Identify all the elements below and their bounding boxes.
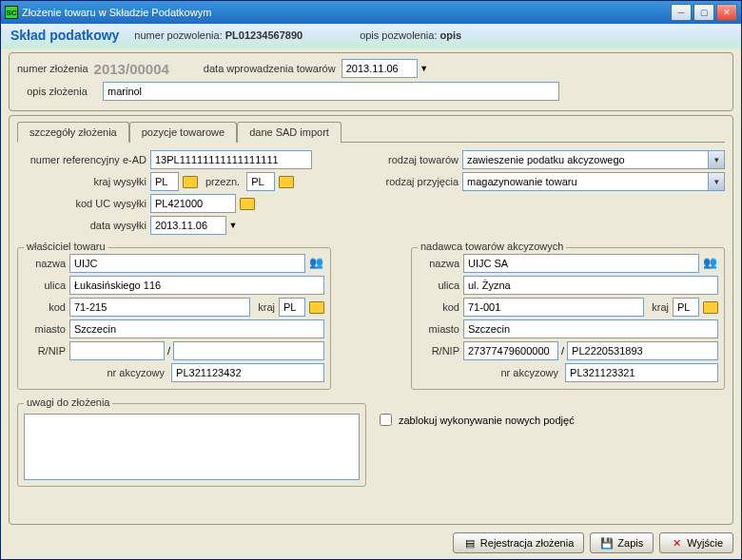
ship-country-field[interactable] bbox=[150, 172, 179, 191]
owner-street-label: ulica bbox=[24, 280, 69, 291]
permit-desc: opis bbox=[440, 29, 462, 41]
lock-label: zablokuj wykonywanie nowych podjęć bbox=[399, 415, 575, 426]
window: SC Złożenie towaru w Składzie Podatkowym… bbox=[0, 0, 742, 560]
people-icon[interactable] bbox=[309, 256, 324, 271]
folder-icon[interactable] bbox=[240, 197, 255, 210]
ship-date-field[interactable] bbox=[150, 216, 226, 235]
owner-rnip2-field[interactable] bbox=[173, 341, 324, 360]
owner-name-label: nazwa bbox=[24, 258, 69, 269]
header-title: Skład podatkowy bbox=[10, 28, 119, 43]
owner-postcode-field[interactable] bbox=[69, 298, 250, 317]
details-panel: szczegóły złożenia pozycje towarowe dane… bbox=[9, 115, 733, 525]
remarks-fieldset: uwagi do złożenia bbox=[17, 403, 366, 487]
owner-name-field[interactable] bbox=[69, 254, 305, 273]
owner-country-label: kraj bbox=[250, 301, 279, 313]
register-button[interactable]: ▤Rejestracja złożenia bbox=[453, 532, 584, 553]
summary-panel: numer złożenia 2013/00004 data wprowadze… bbox=[9, 52, 733, 111]
dest-label: przezn. bbox=[205, 176, 244, 187]
dest-field[interactable] bbox=[246, 172, 275, 191]
sender-street-field[interactable] bbox=[463, 276, 718, 295]
folder-icon[interactable] bbox=[309, 300, 324, 314]
sender-rnip2-field[interactable] bbox=[567, 341, 718, 360]
people-icon[interactable] bbox=[703, 256, 718, 271]
permit-desc-label: opis pozwolenia: bbox=[360, 29, 437, 41]
deposit-number: 2013/00004 bbox=[94, 61, 169, 77]
intro-date-field[interactable] bbox=[342, 59, 418, 78]
owner-street-field[interactable] bbox=[69, 276, 324, 295]
chevron-down-icon[interactable]: ▼ bbox=[418, 64, 431, 73]
uc-code-field[interactable] bbox=[150, 194, 236, 213]
sender-country-field[interactable] bbox=[673, 298, 699, 317]
remarks-legend: uwagi do złożenia bbox=[24, 396, 112, 408]
folder-icon[interactable] bbox=[183, 175, 198, 188]
window-title: Złożenie towaru w Składzie Podatkowym bbox=[22, 7, 671, 18]
sender-street-label: ulica bbox=[418, 280, 463, 291]
maximize-button[interactable]: ▢ bbox=[693, 4, 714, 21]
exit-button[interactable]: ✕Wyjście bbox=[659, 532, 733, 553]
owner-excise-field[interactable] bbox=[171, 363, 324, 382]
owner-city-label: miasto bbox=[24, 323, 69, 335]
sender-city-field[interactable] bbox=[463, 319, 718, 338]
save-button[interactable]: 💾Zapis bbox=[590, 532, 654, 553]
accept-type-label: rodzaj przyjęcia bbox=[377, 176, 462, 187]
deposit-desc-field[interactable] bbox=[103, 82, 559, 101]
ship-country-label: kraj wysyłki bbox=[17, 176, 150, 187]
ead-ref-label: numer referencyjny e-AD bbox=[17, 154, 150, 165]
lock-checkbox[interactable] bbox=[380, 414, 392, 426]
sender-country-label: kraj bbox=[644, 301, 673, 313]
save-icon: 💾 bbox=[600, 536, 614, 550]
remarks-textarea[interactable] bbox=[24, 414, 360, 480]
close-icon: ✕ bbox=[670, 536, 683, 550]
tab-sad-import[interactable]: dane SAD import bbox=[237, 122, 342, 143]
tab-items[interactable]: pozycje towarowe bbox=[129, 122, 237, 143]
goods-type-label: rodzaj towarów bbox=[377, 154, 462, 165]
owner-rnip1-field[interactable] bbox=[69, 341, 165, 360]
sender-legend: nadawca towarów akcyzowych bbox=[418, 241, 566, 252]
owner-country-field[interactable] bbox=[279, 298, 305, 317]
deposit-number-label: numer złożenia bbox=[17, 63, 88, 74]
sender-rnip-label: R/NIP bbox=[418, 345, 463, 357]
sender-postcode-label: kod bbox=[418, 301, 463, 313]
button-bar: ▤Rejestracja złożenia 💾Zapis ✕Wyjście bbox=[9, 529, 733, 553]
minimize-button[interactable]: ─ bbox=[671, 4, 692, 21]
deposit-desc-label: opis złożenia bbox=[17, 86, 97, 97]
sender-fieldset: nadawca towarów akcyzowych nazwa ulica k… bbox=[411, 247, 725, 390]
document-icon: ▤ bbox=[463, 536, 477, 550]
ship-date-label: data wysyłki bbox=[17, 220, 150, 231]
permit-number-label: numer pozwolenia: bbox=[134, 29, 222, 41]
owner-rnip-label: R/NIP bbox=[24, 345, 69, 357]
goods-type-select[interactable] bbox=[462, 150, 709, 169]
chevron-down-icon[interactable]: ▼ bbox=[226, 221, 240, 230]
sender-excise-field[interactable] bbox=[565, 363, 718, 382]
permit-number: PL01234567890 bbox=[225, 29, 303, 41]
owner-fieldset: właściciel towaru nazwa ulica kodkraj mi… bbox=[17, 247, 331, 390]
folder-icon[interactable] bbox=[703, 300, 718, 314]
uc-code-label: kod UC wysyłki bbox=[17, 198, 150, 209]
accept-type-select[interactable] bbox=[462, 172, 709, 191]
intro-date-label: data wprowadzenia towarów bbox=[204, 63, 336, 74]
header-bar: Skład podatkowy numer pozwolenia: PL0123… bbox=[1, 24, 741, 48]
tab-details[interactable]: szczegóły złożenia bbox=[17, 122, 129, 143]
folder-icon[interactable] bbox=[279, 175, 294, 188]
tab-bar: szczegóły złożenia pozycje towarowe dane… bbox=[17, 122, 725, 143]
sender-postcode-field[interactable] bbox=[463, 298, 644, 317]
sender-name-field[interactable] bbox=[463, 254, 699, 273]
ead-ref-field[interactable] bbox=[150, 150, 312, 169]
app-icon: SC bbox=[5, 6, 18, 19]
chevron-down-icon[interactable]: ▾ bbox=[709, 150, 725, 169]
sender-excise-label: nr akcyzowy bbox=[418, 367, 562, 378]
close-button[interactable]: ✕ bbox=[716, 4, 737, 21]
sender-city-label: miasto bbox=[418, 323, 463, 335]
owner-excise-label: nr akcyzowy bbox=[24, 367, 168, 378]
owner-postcode-label: kod bbox=[24, 301, 69, 313]
sender-name-label: nazwa bbox=[418, 258, 463, 269]
titlebar: SC Złożenie towaru w Składzie Podatkowym… bbox=[1, 1, 741, 24]
owner-city-field[interactable] bbox=[69, 319, 324, 338]
chevron-down-icon[interactable]: ▾ bbox=[709, 172, 725, 191]
sender-rnip1-field[interactable] bbox=[463, 341, 558, 360]
owner-legend: właściciel towaru bbox=[24, 241, 108, 252]
